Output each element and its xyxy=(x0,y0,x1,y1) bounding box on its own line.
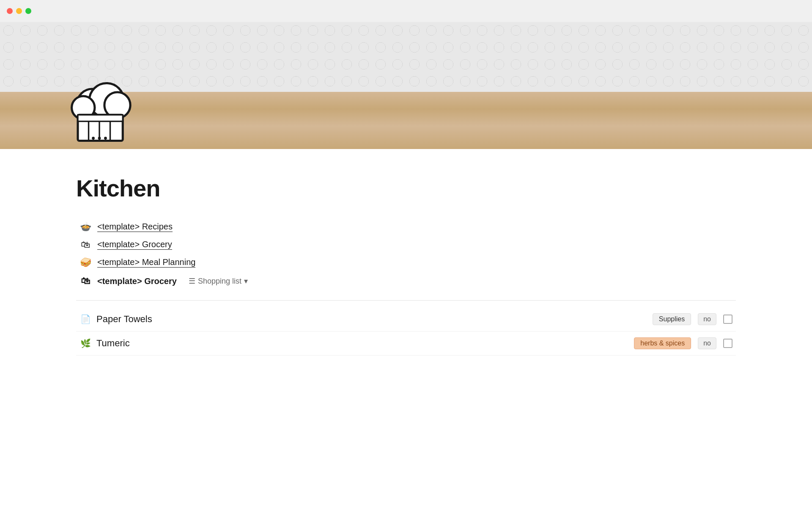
main-content: Kitchen 🍲 <template> Recipes 🛍 <template… xyxy=(0,149,812,488)
menu-item-meal-planning[interactable]: 🥪 <template> Meal Planning xyxy=(76,254,736,271)
close-button[interactable] xyxy=(7,8,13,14)
table-row: 📄 Paper Towels Supplies no xyxy=(76,307,736,331)
category-tag-herbs[interactable]: herbs & spices xyxy=(634,337,691,349)
row-actions-tumeric: herbs & spices no xyxy=(634,337,732,349)
grocery-icon: 🛍 xyxy=(80,239,91,250)
herb-icon: 🌿 xyxy=(80,338,91,348)
grocery-table: 📄 Paper Towels Supplies no 🌿 Tumeric her… xyxy=(76,307,736,356)
row-actions-paper-towels: Supplies no xyxy=(653,313,732,325)
recipes-icon: 🍲 xyxy=(80,221,91,232)
category-tag-supplies[interactable]: Supplies xyxy=(653,313,691,325)
checkbox-tumeric[interactable] xyxy=(723,339,732,348)
active-grocery-icon: 🛍 xyxy=(80,276,91,287)
menu-item-grocery[interactable]: 🛍 <template> Grocery xyxy=(76,237,736,253)
list-icon: ☰ xyxy=(189,276,195,286)
purchased-tag-no[interactable]: no xyxy=(698,313,716,325)
svg-point-9 xyxy=(92,137,95,140)
svg-rect-12 xyxy=(80,117,121,121)
hero-banner xyxy=(0,22,812,149)
view-badge-button[interactable]: ☰ Shopping list ▾ xyxy=(185,275,251,287)
active-grocery-item[interactable]: 🛍 <template> Grocery xyxy=(80,276,177,287)
item-name-paper-towels: Paper Towels xyxy=(96,314,647,325)
maximize-button[interactable] xyxy=(25,8,31,14)
active-grocery-label: <template> Grocery xyxy=(97,276,177,286)
chef-hat-icon xyxy=(63,77,135,149)
grocery-label: <template> Grocery xyxy=(97,240,172,250)
recipes-label: <template> Recipes xyxy=(97,222,173,232)
svg-point-10 xyxy=(98,137,101,140)
svg-point-11 xyxy=(104,137,107,140)
menu-list: 🍲 <template> Recipes 🛍 <template> Grocer… xyxy=(76,219,736,292)
active-item-row: 🛍 <template> Grocery ☰ Shopping list ▾ xyxy=(76,272,736,290)
view-label: Shopping list xyxy=(198,277,241,286)
purchased-tag-no-2[interactable]: no xyxy=(698,337,716,349)
chevron-down-icon: ▾ xyxy=(244,276,248,286)
table-row: 🌿 Tumeric herbs & spices no xyxy=(76,331,736,356)
meal-planning-label: <template> Meal Planning xyxy=(97,257,195,268)
meal-planning-icon: 🥪 xyxy=(80,257,91,268)
page-title: Kitchen xyxy=(76,174,736,202)
window-chrome xyxy=(0,0,812,22)
minimize-button[interactable] xyxy=(16,8,22,14)
menu-item-recipes[interactable]: 🍲 <template> Recipes xyxy=(76,219,736,235)
item-name-tumeric: Tumeric xyxy=(96,338,629,349)
section-divider xyxy=(76,300,736,301)
document-icon: 📄 xyxy=(80,314,91,324)
checkbox-paper-towels[interactable] xyxy=(723,315,732,324)
